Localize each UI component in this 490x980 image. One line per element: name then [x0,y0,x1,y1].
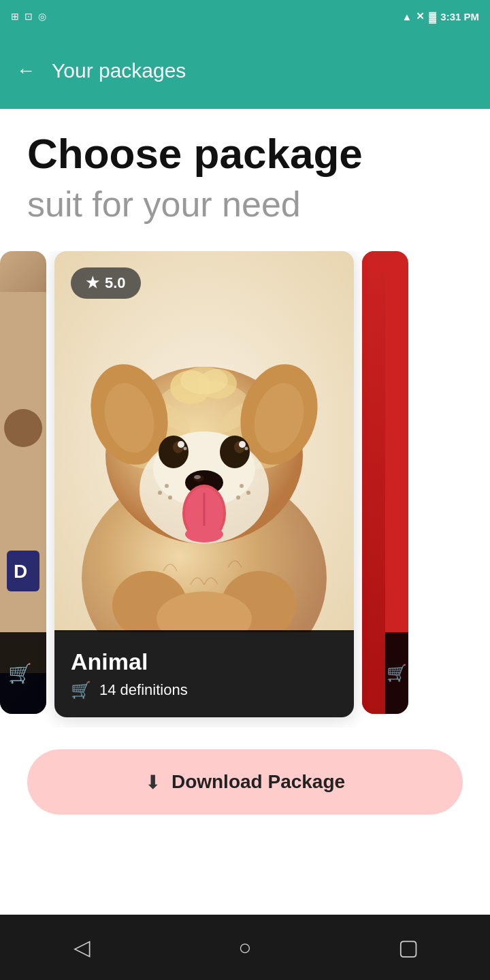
rating-value: 5.0 [105,274,126,292]
status-bar-left-icons: ⊞ ⊡ ◎ [11,11,46,22]
star-icon: ★ [86,274,99,292]
main-content: Choose package suit for your need D 🛒 [0,109,490,915]
card-meta: 🛒 14 definitions [71,681,338,700]
peek-right-bottom: 🛒 [385,632,408,714]
svg-point-1 [4,409,42,447]
status-bar-right-icons: ▲ ✕ ▓ 3:31 PM [402,10,480,22]
rating-badge: ★ 5.0 [71,267,141,299]
svg-point-25 [184,447,187,451]
card-animal-image: ★ 5.0 [54,251,354,632]
download-label: Download Package [172,771,345,793]
card-right-peek[interactable]: 🛒 [362,251,408,714]
svg-point-23 [178,441,184,448]
svg-point-39 [236,495,240,500]
card-left-peek[interactable]: D 🛒 [0,251,46,714]
time-display: 3:31 PM [440,11,479,22]
cart-icon: 🛒 [71,681,91,700]
packages-carousel: D 🛒 [0,251,463,728]
download-button[interactable]: ⬇ Download Package [27,749,463,815]
svg-point-37 [240,484,244,488]
svg-point-16 [180,367,228,394]
peek-left-svg: D [0,292,46,673]
card-animal[interactable]: ★ 5.0 Animal 🛒 14 definitions [54,251,354,717]
svg-text:D: D [14,561,27,582]
card-info-bar: Animal 🛒 14 definitions [54,630,354,717]
app-icon-1: ⊞ [11,11,19,22]
nav-back-button[interactable]: ◁ [54,927,109,968]
svg-rect-0 [0,292,46,673]
download-section: ⬇ Download Package [27,728,463,831]
peek-left-bottom: 🛒 [0,632,46,714]
svg-point-36 [168,495,172,500]
svg-point-33 [185,526,223,542]
nav-recents-button[interactable]: ▢ [381,927,436,968]
signal-icon: ✕ [416,10,425,22]
svg-point-35 [158,491,162,495]
download-icon: ⬇ [145,771,161,794]
battery-icon: ▓ [429,11,436,22]
peek-left-cart-icon: 🛒 [8,662,32,685]
page-title: Choose package [27,131,463,177]
bottom-nav: ◁ ○ ▢ [0,915,490,980]
wifi-icon: ▲ [402,11,412,22]
svg-point-26 [245,447,248,451]
svg-point-29 [194,475,201,479]
peek-right-cart-icon: 🛒 [387,664,407,683]
page-subtitle: suit for your need [27,185,463,224]
app-icon-2: ⊡ [24,11,33,22]
toolbar-title: Your packages [52,59,186,82]
nav-home-button[interactable]: ○ [218,927,272,968]
svg-point-20 [220,436,250,468]
svg-point-24 [239,441,246,448]
status-bar: ⊞ ⊡ ◎ ▲ ✕ ▓ 3:31 PM [0,0,490,33]
app-icon-3: ◎ [38,11,46,22]
peek-right-image [362,251,385,714]
dog-svg [54,251,354,632]
card-definitions: 14 definitions [99,681,188,699]
back-button[interactable]: ← [16,60,35,82]
svg-point-19 [159,436,189,468]
svg-point-34 [165,484,169,488]
svg-point-38 [246,491,250,495]
toolbar: ← Your packages [0,33,490,109]
card-name: Animal [71,649,338,675]
